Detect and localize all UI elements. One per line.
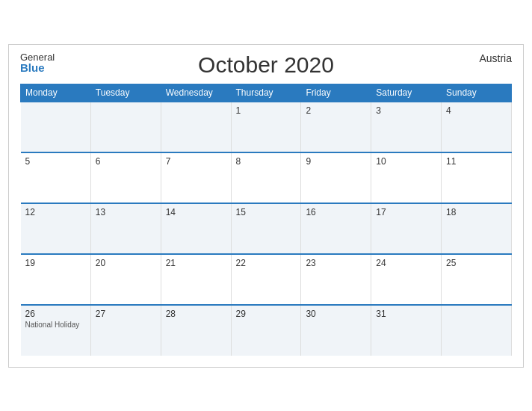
calendar-cell: 3: [371, 102, 442, 152]
week-row-0: 1234: [21, 102, 512, 152]
calendar-cell: 29: [231, 305, 301, 356]
country-label: Austria: [479, 52, 512, 64]
calendar-cell: 20: [90, 254, 161, 305]
day-number: 26: [25, 309, 35, 319]
calendar-cell: 15: [231, 203, 301, 254]
day-number: 12: [25, 207, 35, 217]
day-number: 24: [376, 258, 386, 268]
weekday-header-tuesday: Tuesday: [90, 84, 161, 102]
logo-blue-text: Blue: [20, 62, 55, 73]
calendar-cell: 30: [301, 305, 371, 356]
day-number: 18: [446, 207, 456, 217]
day-number: 23: [306, 258, 315, 268]
calendar-cell: 4: [442, 102, 512, 152]
calendar-cell: 31: [371, 305, 442, 356]
calendar-cell: 10: [371, 152, 442, 203]
calendar-cell: 18: [442, 203, 512, 254]
day-number: 17: [376, 207, 386, 217]
day-number: 27: [96, 309, 105, 319]
day-number: 1: [236, 105, 241, 116]
calendar-cell: 2: [301, 102, 371, 152]
calendar-grid: MondayTuesdayWednesdayThursdayFridaySatu…: [20, 84, 512, 356]
day-number: 2: [306, 105, 311, 116]
day-number: 28: [166, 309, 176, 319]
weekday-header-sunday: Sunday: [442, 84, 512, 102]
calendar-cell: 6: [90, 152, 161, 203]
day-number: 10: [376, 156, 386, 167]
day-number: 31: [376, 309, 386, 319]
calendar-cell: 14: [161, 203, 231, 254]
day-number: 11: [446, 156, 456, 167]
calendar-cell: 8: [231, 152, 301, 203]
day-number: 20: [96, 258, 105, 268]
calendar-cell: 9: [301, 152, 371, 203]
calendar-cell: 27: [90, 305, 161, 356]
calendar-tbody: 1234567891011121314151617181920212223242…: [21, 102, 512, 356]
calendar-cell: 19: [21, 254, 91, 305]
day-number: 6: [96, 156, 101, 167]
weekday-header-wednesday: Wednesday: [161, 84, 231, 102]
calendar-cell: 28: [161, 305, 231, 356]
day-number: 13: [96, 207, 105, 217]
day-number: 4: [446, 105, 451, 116]
week-row-2: 12131415161718: [21, 203, 512, 254]
day-number: 30: [306, 309, 315, 319]
calendar-cell: 22: [231, 254, 301, 305]
calendar-cell: 17: [371, 203, 442, 254]
weekday-header-saturday: Saturday: [371, 84, 442, 102]
day-number: 3: [376, 105, 381, 116]
calendar-cell: [442, 305, 512, 356]
calendar-cell: 23: [301, 254, 371, 305]
logo-general-text: General: [20, 52, 55, 62]
day-number: 8: [236, 156, 241, 167]
day-number: 15: [236, 207, 246, 217]
day-number: 21: [166, 258, 176, 268]
calendar-header: General Blue October 2020 Austria: [20, 52, 512, 78]
calendar-cell: 26National Holiday: [21, 305, 91, 356]
calendar-cell: 12: [21, 203, 91, 254]
day-number: 22: [236, 258, 246, 268]
day-number: 29: [236, 309, 246, 319]
calendar-cell: [21, 102, 91, 152]
weekday-header-thursday: Thursday: [231, 84, 301, 102]
calendar-cell: 16: [301, 203, 371, 254]
day-number: 25: [446, 258, 456, 268]
day-number: 7: [166, 156, 171, 167]
weekday-header-row: MondayTuesdayWednesdayThursdayFridaySatu…: [21, 84, 512, 102]
day-number: 16: [306, 207, 315, 217]
day-number: 14: [166, 207, 176, 217]
day-number: 19: [25, 258, 35, 268]
day-note: National Holiday: [25, 321, 80, 329]
calendar-cell: 1: [231, 102, 301, 152]
calendar-cell: 24: [371, 254, 442, 305]
calendar-cell: [90, 102, 161, 152]
calendar-title: October 2020: [198, 52, 334, 78]
day-number: 5: [25, 156, 31, 167]
calendar-cell: 5: [21, 152, 91, 203]
weekday-header-monday: Monday: [21, 84, 91, 102]
weekday-header-friday: Friday: [301, 84, 371, 102]
week-row-4: 26National Holiday2728293031: [21, 305, 512, 356]
calendar-cell: [161, 102, 231, 152]
logo: General Blue: [20, 52, 55, 73]
calendar-cell: 21: [161, 254, 231, 305]
week-row-1: 567891011: [21, 152, 512, 203]
week-row-3: 19202122232425: [21, 254, 512, 305]
calendar-cell: 11: [442, 152, 512, 203]
calendar-thead: MondayTuesdayWednesdayThursdayFridaySatu…: [21, 84, 512, 102]
calendar-cell: 13: [90, 203, 161, 254]
day-number: 9: [306, 156, 311, 167]
calendar-cell: 25: [442, 254, 512, 305]
calendar-cell: 7: [161, 152, 231, 203]
calendar-container: General Blue October 2020 Austria Monday…: [8, 44, 524, 368]
